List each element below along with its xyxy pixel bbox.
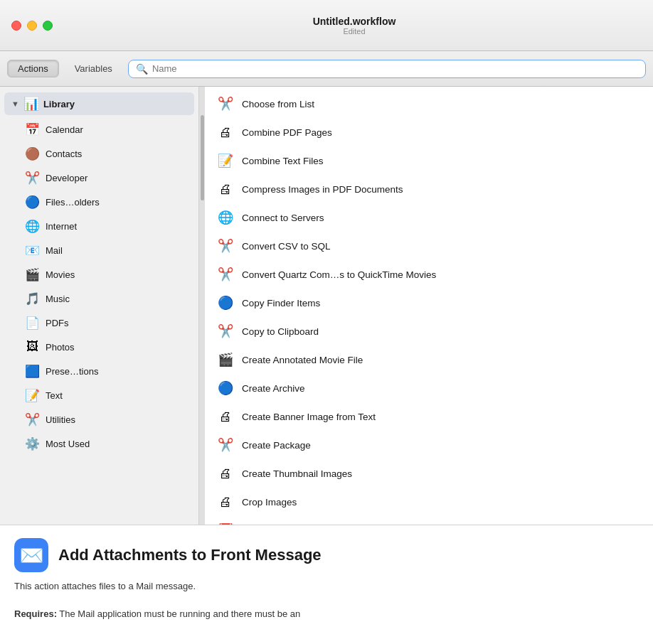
action-label: Create Package	[242, 440, 311, 451]
action-label: Convert Quartz Com…s to QuickTime Movies	[242, 269, 436, 280]
choose-from-list-icon: ✂️	[216, 95, 235, 113]
sidebar-item-contacts[interactable]: 🟤 Contacts	[4, 142, 194, 165]
calendar-icon: 📅	[24, 122, 40, 137]
sidebar: ▼ 📊 Library 📅 Calendar 🟤 Contacts ✂️ Dev…	[0, 87, 199, 525]
most-used-icon: ⚙️	[24, 436, 40, 451]
action-item-create-banner[interactable]: 🖨 Create Banner Image from Text	[205, 402, 653, 431]
sidebar-item-files[interactable]: 🔵 Files…olders	[4, 190, 194, 213]
action-label: Copy Finder Items	[242, 298, 320, 308]
action-item-convert-quartz[interactable]: ✂️ Convert Quartz Com…s to QuickTime Mov…	[205, 260, 653, 289]
action-item-delete-calendar[interactable]: 📅 Delete Calendar Events	[205, 516, 653, 525]
action-label: Crop Images	[242, 497, 297, 508]
sidebar-item-label: Developer	[46, 173, 87, 183]
titlebar: Untitled.workflow Edited	[0, 0, 653, 51]
detail-app-icon: ✉️	[14, 538, 48, 572]
action-item-create-annotated[interactable]: 🎬 Create Annotated Movie File	[205, 345, 653, 374]
search-icon: 🔍	[136, 63, 148, 75]
pdfs-icon: 📄	[24, 315, 40, 331]
sidebar-item-developer[interactable]: ✂️ Developer	[4, 166, 194, 189]
minimize-button[interactable]	[27, 21, 37, 31]
sidebar-item-label: Files…olders	[46, 197, 100, 208]
action-item-connect-servers[interactable]: 🌐 Connect to Servers	[205, 203, 653, 232]
action-item-combine-pdf[interactable]: 🖨 Combine PDF Pages	[205, 118, 653, 146]
sidebar-item-calendar[interactable]: 📅 Calendar	[4, 118, 194, 141]
maximize-button[interactable]	[43, 21, 53, 31]
sidebar-item-label: Contacts	[46, 149, 82, 159]
create-banner-icon: 🖨	[216, 407, 235, 426]
action-label: Combine PDF Pages	[242, 127, 332, 138]
action-item-copy-finder[interactable]: 🔵 Copy Finder Items	[205, 289, 653, 317]
sidebar-item-label: Most Used	[46, 439, 90, 449]
text-icon: 📝	[24, 387, 40, 403]
action-item-create-archive[interactable]: 🔵 Create Archive	[205, 374, 653, 402]
library-label: Library	[43, 99, 75, 109]
close-button[interactable]	[11, 21, 21, 31]
action-item-create-thumbnail[interactable]: 🖨 Create Thumbnail Images	[205, 459, 653, 488]
action-item-choose-from-list[interactable]: ✂️ Choose from List	[205, 90, 653, 118]
mail-icon: 📧	[24, 242, 40, 258]
presentations-icon: 🟦	[24, 363, 40, 379]
action-item-compress-images[interactable]: 🖨 Compress Images in PDF Documents	[205, 175, 653, 203]
action-label: Create Annotated Movie File	[242, 355, 363, 365]
action-item-combine-text[interactable]: 📝 Combine Text Files	[205, 146, 653, 175]
sidebar-item-mail[interactable]: 📧 Mail	[4, 239, 194, 262]
compress-images-icon: 🖨	[216, 180, 235, 198]
variables-tab[interactable]: Variables	[65, 60, 122, 77]
detail-header: ✉️ Add Attachments to Front Message	[14, 538, 639, 572]
search-input[interactable]	[152, 63, 638, 74]
action-label: Create Banner Image from Text	[242, 412, 376, 422]
action-label: Combine Text Files	[242, 156, 324, 166]
sidebar-item-utilities[interactable]: ✂️ Utilities	[4, 408, 194, 431]
action-item-convert-csv[interactable]: ✂️ Convert CSV to SQL	[205, 232, 653, 260]
create-archive-icon: 🔵	[216, 379, 235, 397]
combine-text-icon: 📝	[216, 151, 235, 170]
action-item-copy-clipboard[interactable]: ✂️ Copy to Clipboard	[205, 317, 653, 345]
photos-icon: 🖼	[24, 339, 40, 355]
sidebar-item-label: Text	[46, 390, 63, 401]
action-label: Create Thumbnail Images	[242, 468, 352, 479]
files-icon: 🔵	[24, 194, 40, 210]
convert-quartz-icon: ✂️	[216, 265, 235, 284]
create-package-icon: ✂️	[216, 436, 235, 454]
title-info: Untitled.workflow Edited	[67, 16, 642, 36]
combine-pdf-icon: 🖨	[216, 123, 235, 141]
copy-clipboard-icon: ✂️	[216, 322, 235, 340]
create-thumbnail-icon: 🖨	[216, 464, 235, 483]
sidebar-item-text[interactable]: 📝 Text	[4, 384, 194, 407]
sidebar-item-pdfs[interactable]: 📄 PDFs	[4, 311, 194, 334]
scrollbar[interactable]	[199, 87, 205, 525]
actions-list: ✂️ Choose from List 🖨 Combine PDF Pages …	[205, 87, 653, 525]
sidebar-item-internet[interactable]: 🌐 Internet	[4, 215, 194, 237]
traffic-lights	[11, 21, 53, 31]
sidebar-item-most-used[interactable]: ⚙️ Most Used	[4, 432, 194, 455]
music-icon: 🎵	[24, 291, 40, 306]
sidebar-item-label: PDFs	[46, 318, 69, 328]
action-item-create-package[interactable]: ✂️ Create Package	[205, 431, 653, 459]
action-label: Copy to Clipboard	[242, 326, 319, 337]
sidebar-library[interactable]: ▼ 📊 Library	[4, 92, 194, 115]
sidebar-item-photos[interactable]: 🖼 Photos	[4, 336, 194, 358]
utilities-icon: ✂️	[24, 412, 40, 427]
scrollbar-thumb[interactable]	[201, 115, 204, 200]
action-label: Choose from List	[242, 99, 314, 109]
sidebar-item-presentations[interactable]: 🟦 Prese…tions	[4, 360, 194, 382]
detail-requires-label: Requires:	[14, 608, 57, 619]
sidebar-item-music[interactable]: 🎵 Music	[4, 287, 194, 310]
crop-images-icon: 🖨	[216, 493, 235, 511]
action-label: Convert CSV to SQL	[242, 241, 331, 252]
movies-icon: 🎬	[24, 267, 40, 282]
mail-app-icon: ✉️	[19, 544, 44, 567]
sidebar-item-movies[interactable]: 🎬 Movies	[4, 263, 194, 286]
detail-desc-text: This action attaches files to a Mail mes…	[14, 581, 196, 591]
create-annotated-icon: 🎬	[216, 350, 235, 369]
window-subtitle: Edited	[343, 27, 365, 36]
action-label: Compress Images in PDF Documents	[242, 184, 403, 195]
connect-servers-icon: 🌐	[216, 208, 235, 227]
detail-requires-text: The Mail application must be running and…	[59, 608, 300, 619]
sidebar-item-label: Photos	[46, 342, 74, 353]
action-item-crop-images[interactable]: 🖨 Crop Images	[205, 488, 653, 516]
search-box[interactable]: 🔍	[128, 60, 646, 78]
sidebar-item-label: Utilities	[46, 414, 75, 425]
actions-tab[interactable]: Actions	[7, 60, 59, 77]
window-title: Untitled.workflow	[313, 16, 396, 27]
